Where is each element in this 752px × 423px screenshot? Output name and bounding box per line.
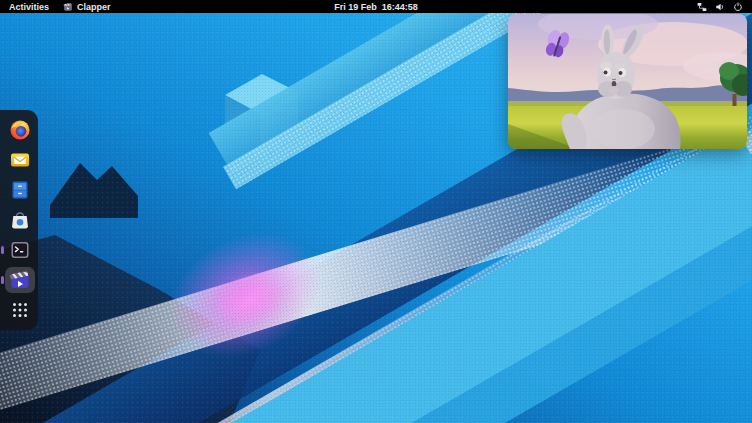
dock-item-software[interactable] bbox=[5, 207, 35, 233]
dash-dock bbox=[0, 110, 38, 330]
system-status-area[interactable] bbox=[697, 2, 752, 12]
top-bar: Activities Clapper Fri 19 Feb 16:44:58 bbox=[0, 0, 752, 13]
firefox-icon bbox=[9, 119, 31, 141]
power-icon bbox=[733, 2, 743, 12]
dock-item-terminal[interactable] bbox=[5, 237, 35, 263]
network-wired-icon bbox=[697, 2, 707, 12]
desktop-screen: Activities Clapper Fri 19 Feb 16:44:58 bbox=[0, 0, 752, 423]
geary-mail-icon bbox=[9, 149, 31, 171]
terminal-icon bbox=[9, 239, 31, 261]
dock-item-files[interactable] bbox=[5, 177, 35, 203]
dock-item-show-apps[interactable] bbox=[5, 297, 35, 323]
video-frame-big-buck-bunny bbox=[508, 14, 747, 149]
dock-item-firefox[interactable] bbox=[5, 117, 35, 143]
running-indicator bbox=[1, 246, 4, 254]
clock[interactable]: Fri 19 Feb 16:44:58 bbox=[0, 2, 752, 12]
files-icon bbox=[9, 179, 31, 201]
dock-item-geary[interactable] bbox=[5, 147, 35, 173]
app-grid-icon bbox=[9, 299, 31, 321]
dock-item-clapper[interactable] bbox=[5, 267, 35, 293]
running-indicator bbox=[1, 276, 4, 284]
clapper-video-window[interactable] bbox=[508, 14, 747, 149]
volume-icon bbox=[715, 2, 725, 12]
clapper-icon bbox=[9, 269, 31, 291]
software-icon bbox=[9, 209, 31, 231]
